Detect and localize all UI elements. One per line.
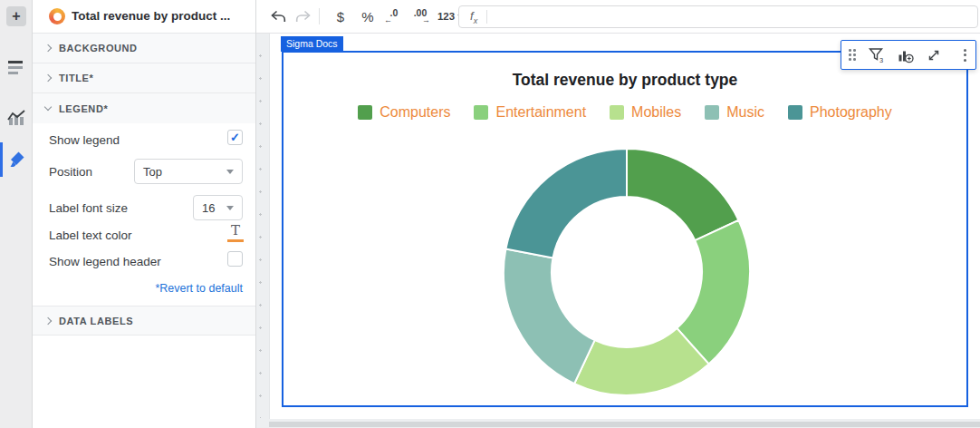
legend-label: Photography <box>810 104 892 121</box>
legend-item-photography[interactable]: Photography <box>788 104 892 121</box>
increase-decimal-button[interactable]: .00 → <box>410 7 430 25</box>
position-label: Position <box>49 165 92 179</box>
section-background[interactable]: BACKGROUND <box>33 34 255 63</box>
undo-button[interactable] <box>268 7 288 25</box>
section-label: TITLE* <box>59 73 93 83</box>
legend-item-entertainment[interactable]: Entertainment <box>474 104 586 121</box>
toolbar-divider <box>319 8 320 24</box>
formula-bar: fx <box>458 5 978 28</box>
format-panel: Total revenue by product ... BACKGROUND … <box>33 0 256 428</box>
donut-segment-computers[interactable] <box>627 149 738 240</box>
chart-title: Total revenue by product type <box>283 71 966 90</box>
add-child-element-icon[interactable] <box>897 47 914 63</box>
arrow-right-icon: → <box>422 16 430 24</box>
legend-label: Mobiles <box>631 104 681 121</box>
workbook-canvas: Total revenue by product type ComputersE… <box>256 34 980 428</box>
legend-item-mobiles[interactable]: Mobiles <box>610 104 681 121</box>
legend-swatch <box>610 105 624 120</box>
selection-toolbar: 3 <box>841 40 976 70</box>
formula-fx-icon: fx <box>459 9 486 25</box>
check-icon: ✓ <box>230 131 240 143</box>
page-elements-icon[interactable] <box>8 60 24 74</box>
decrease-decimal-button[interactable]: .0 ← <box>384 7 404 25</box>
show-legend-label: Show legend <box>49 133 120 147</box>
position-value: Top <box>143 165 162 179</box>
filter-count: 3 <box>879 56 883 64</box>
show-header-checkbox[interactable]: ✓ <box>227 251 243 267</box>
element-menu-icon[interactable] <box>964 49 966 62</box>
chevron-right-icon <box>44 44 52 52</box>
legend-swatch <box>788 105 802 120</box>
element-name-tag[interactable]: Sigma Docs <box>281 36 343 52</box>
font-size-select[interactable]: 16 <box>193 195 243 220</box>
percent-format-button[interactable]: % <box>358 7 378 25</box>
section-data-labels[interactable]: DATA LABELS <box>33 306 255 336</box>
format-brush-icon[interactable] <box>7 151 25 169</box>
section-label: DATA LABELS <box>59 316 133 326</box>
donut-segment-photography[interactable] <box>505 149 627 258</box>
legend-item-music[interactable]: Music <box>705 104 764 121</box>
show-legend-checkbox[interactable]: ✓ <box>227 130 243 145</box>
left-icon-rail: + <box>0 0 33 428</box>
drag-handle-icon[interactable] <box>849 49 856 61</box>
chart-elements-icon[interactable] <box>6 108 26 128</box>
donut-chart-wrap <box>500 145 754 399</box>
legend-swatch <box>705 105 719 120</box>
section-legend[interactable]: LEGEND* <box>33 93 255 123</box>
section-label: LEGEND* <box>59 103 108 114</box>
canvas-grid-dots <box>258 39 263 418</box>
chevron-right-icon <box>44 74 52 82</box>
section-label: BACKGROUND <box>59 43 138 54</box>
revert-to-default-link[interactable]: *Revert to default <box>155 282 243 295</box>
chart-element[interactable]: Total revenue by product type ComputersE… <box>282 51 968 407</box>
chevron-right-icon <box>44 316 52 324</box>
text-color-swatch <box>227 239 244 242</box>
legend-swatch <box>474 105 488 120</box>
maximize-icon[interactable] <box>926 47 942 63</box>
donut-chart <box>500 145 754 399</box>
text-color-icon: T <box>231 223 240 238</box>
currency-format-button[interactable]: $ <box>331 7 351 25</box>
legend-item-computers[interactable]: Computers <box>358 104 450 121</box>
show-header-label: Show legend header <box>49 255 161 268</box>
caret-down-icon <box>226 206 234 210</box>
legend-swatch <box>358 105 372 120</box>
chevron-down-icon <box>44 103 52 111</box>
number-format-label: 123 <box>437 11 455 22</box>
formatting-toolbar: $ % .0 ← .00 → 123 fx <box>256 0 980 34</box>
font-size-value: 16 <box>202 201 215 215</box>
position-select[interactable]: Top <box>134 159 243 184</box>
add-element-button[interactable]: + <box>6 6 26 26</box>
legend-label: Music <box>726 104 764 121</box>
donut-element-icon <box>49 8 65 24</box>
legend-label: Computers <box>380 104 450 121</box>
redo-button[interactable] <box>293 7 313 25</box>
panel-element-title: Total revenue by product ... <box>72 9 248 23</box>
filter-icon[interactable]: 3 <box>868 46 885 63</box>
text-color-picker[interactable]: T <box>227 223 244 243</box>
panel-header: Total revenue by product ... <box>33 0 255 34</box>
section-title[interactable]: TITLE* <box>33 63 255 93</box>
text-color-label: Label text color <box>49 229 132 242</box>
chart-legend: ComputersEntertainmentMobilesMusicPhotog… <box>283 104 966 121</box>
formula-input[interactable] <box>487 6 977 27</box>
donut-segment-music[interactable] <box>504 249 595 384</box>
font-size-label: Label font size <box>49 201 128 215</box>
legend-label: Entertainment <box>495 104 586 121</box>
app-window: + Total revenue by product ... <box>0 0 980 428</box>
arrow-left-icon: ← <box>384 16 392 24</box>
horizontal-scrollbar[interactable] <box>269 422 980 427</box>
active-tool-indicator <box>0 142 3 177</box>
caret-down-icon <box>226 170 234 174</box>
